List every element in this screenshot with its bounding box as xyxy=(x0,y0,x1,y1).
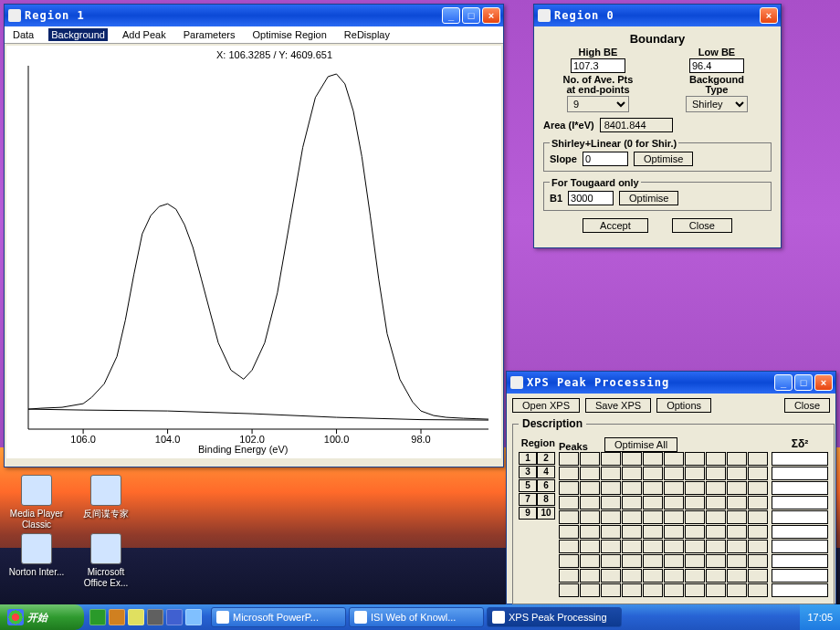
accept-button[interactable]: Accept xyxy=(583,218,648,233)
close-button[interactable]: × xyxy=(760,7,778,24)
peak-cell[interactable] xyxy=(559,496,579,509)
peak-cell[interactable] xyxy=(706,554,726,568)
maximize-button[interactable]: □ xyxy=(462,7,480,24)
slope-optimise-button[interactable]: Optimise xyxy=(634,152,693,166)
peak-cell[interactable] xyxy=(622,496,642,509)
peak-cell[interactable] xyxy=(622,467,642,480)
region-row-10[interactable]: 10 xyxy=(537,507,555,520)
peak-cell[interactable] xyxy=(706,510,726,524)
desktop-icon[interactable]: Microsoft Office Ex... xyxy=(75,533,137,588)
start-button[interactable]: 开始 xyxy=(0,604,84,630)
peak-cell[interactable] xyxy=(580,510,600,524)
peak-cell[interactable] xyxy=(664,467,684,480)
peak-cell[interactable] xyxy=(748,510,768,524)
peak-cell[interactable] xyxy=(727,554,747,568)
peak-cell[interactable] xyxy=(748,569,768,583)
ql-icon[interactable] xyxy=(185,609,202,625)
menu-optimise-region[interactable]: Optimise Region xyxy=(250,28,330,41)
peak-cell[interactable] xyxy=(727,525,747,539)
peak-cell[interactable] xyxy=(685,481,705,495)
peak-cell[interactable] xyxy=(664,554,684,568)
peak-cell[interactable] xyxy=(580,481,600,495)
peak-cell[interactable] xyxy=(643,525,663,539)
region-row-2[interactable]: 2 xyxy=(537,452,555,465)
peak-cell[interactable] xyxy=(580,583,600,597)
peak-cell[interactable] xyxy=(643,510,663,524)
task-button[interactable]: ISI Web of Knowl... xyxy=(349,607,484,627)
peak-cell[interactable] xyxy=(664,510,684,524)
peak-cell[interactable] xyxy=(748,452,768,466)
peak-cell[interactable] xyxy=(685,496,705,509)
peak-cell[interactable] xyxy=(559,481,579,495)
optimise-all-button[interactable]: Optimise All xyxy=(604,437,677,452)
menu-parameters[interactable]: Parameters xyxy=(181,28,238,41)
ql-icon[interactable] xyxy=(166,609,183,625)
low-be-input[interactable] xyxy=(689,58,744,73)
ql-icon[interactable] xyxy=(89,609,106,625)
peak-cell[interactable] xyxy=(622,481,642,495)
peak-cell[interactable] xyxy=(748,554,768,568)
ql-icon[interactable] xyxy=(128,609,144,625)
peak-cell[interactable] xyxy=(706,525,726,539)
peak-cell[interactable] xyxy=(601,496,621,509)
peak-cell[interactable] xyxy=(601,569,621,583)
peak-cell[interactable] xyxy=(706,540,726,553)
peak-cell[interactable] xyxy=(664,452,684,466)
peak-cell[interactable] xyxy=(643,540,663,553)
peak-cell[interactable] xyxy=(580,554,600,568)
peak-cell[interactable] xyxy=(664,569,684,583)
peak-cell[interactable] xyxy=(685,525,705,539)
menu-background[interactable]: Background xyxy=(48,28,108,41)
bgtype-select[interactable]: Shirley xyxy=(686,96,748,112)
minimize-button[interactable]: _ xyxy=(774,374,793,391)
peak-cell[interactable] xyxy=(580,569,600,583)
peak-cell[interactable] xyxy=(664,525,684,539)
peak-cell[interactable] xyxy=(643,569,663,583)
peak-cell[interactable] xyxy=(559,525,579,539)
peak-cell[interactable] xyxy=(622,525,642,539)
peak-cell[interactable] xyxy=(559,569,579,583)
peak-cell[interactable] xyxy=(643,452,663,466)
peak-cell[interactable] xyxy=(559,583,579,597)
region-row-9[interactable]: 9 xyxy=(519,507,537,520)
peak-cell[interactable] xyxy=(706,467,726,480)
peak-cell[interactable] xyxy=(748,583,768,597)
peak-cell[interactable] xyxy=(580,467,600,480)
b1-input[interactable] xyxy=(568,191,614,205)
peak-cell[interactable] xyxy=(727,583,747,597)
peak-cell[interactable] xyxy=(580,525,600,539)
peak-cell[interactable] xyxy=(664,583,684,597)
peak-cell[interactable] xyxy=(622,540,642,553)
peak-cell[interactable] xyxy=(685,569,705,583)
minimize-button[interactable]: _ xyxy=(442,7,460,24)
peak-cell[interactable] xyxy=(601,452,621,466)
peak-cell[interactable] xyxy=(706,496,726,509)
region-row-3[interactable]: 3 xyxy=(519,466,537,478)
peak-cell[interactable] xyxy=(643,496,663,509)
titlebar-xps[interactable]: XPS Peak Processing _ □ × xyxy=(507,372,835,394)
region-row-1[interactable]: 1 xyxy=(519,452,537,465)
options-button[interactable]: Options xyxy=(656,398,711,413)
region-row-4[interactable]: 4 xyxy=(537,466,555,478)
peak-grid[interactable] xyxy=(559,452,768,597)
peak-cell[interactable] xyxy=(559,467,579,480)
peak-cell[interactable] xyxy=(685,540,705,553)
desktop-icon[interactable]: Media Player Classic xyxy=(5,475,68,530)
open-xps-button[interactable]: Open XPS xyxy=(512,398,580,413)
close-button[interactable]: × xyxy=(814,374,833,391)
ql-icon[interactable] xyxy=(109,609,125,625)
peak-cell[interactable] xyxy=(559,540,579,553)
peak-cell[interactable] xyxy=(706,583,726,597)
peak-cell[interactable] xyxy=(685,510,705,524)
system-tray[interactable]: 17:05 xyxy=(800,604,840,630)
peak-cell[interactable] xyxy=(727,540,747,553)
close-button[interactable]: × xyxy=(482,7,500,24)
peak-cell[interactable] xyxy=(643,481,663,495)
menu-redisplay[interactable]: ReDisplay xyxy=(341,28,393,41)
peak-cell[interactable] xyxy=(601,540,621,553)
region-row-7[interactable]: 7 xyxy=(519,493,537,506)
b1-optimise-button[interactable]: Optimise xyxy=(619,191,678,205)
peak-cell[interactable] xyxy=(727,569,747,583)
peak-cell[interactable] xyxy=(748,540,768,553)
region-row-5[interactable]: 5 xyxy=(519,479,537,492)
